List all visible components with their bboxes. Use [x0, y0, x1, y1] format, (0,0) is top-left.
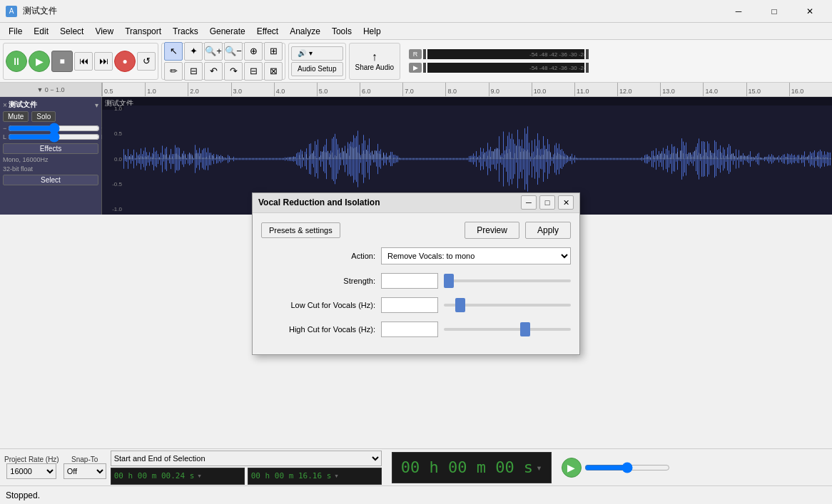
multi-tool-button[interactable]: ⊟ — [184, 62, 203, 81]
ruler-mark: 16.0 — [789, 83, 832, 96]
draw-tool-button[interactable]: ✏ — [164, 62, 183, 81]
maximize-button[interactable]: □ — [758, 1, 791, 21]
select-tool-button[interactable]: ↖ — [164, 42, 183, 61]
skip-back-button[interactable]: ⏮ — [74, 52, 93, 71]
menu-transport[interactable]: Transport — [119, 25, 167, 38]
loop-button[interactable]: ↺ — [137, 52, 156, 71]
share-audio-button[interactable]: ↑ Share Audio — [349, 43, 401, 80]
time-start-display: 00 h 00 m 00.24 s ▾ — [111, 468, 245, 485]
low-cut-row: Low Cut for Vocals (Hz): 120.0 — [261, 297, 571, 313]
dialog-body: Presets & settings Preview Apply Action:… — [253, 213, 579, 354]
pause-button[interactable]: ⏸ — [6, 51, 27, 72]
low-cut-slider[interactable] — [444, 304, 571, 307]
strength-slider[interactable] — [444, 279, 571, 282]
menu-generate[interactable]: Generate — [204, 25, 251, 38]
zoom-in-button[interactable]: 🔍+ — [204, 42, 223, 61]
dialog-close-button[interactable]: ✕ — [558, 195, 574, 210]
menu-file[interactable]: File — [3, 25, 28, 38]
record-meter-arrow-left[interactable] — [423, 49, 426, 59]
action-row: Action: Remove Vocals: to mono Isolate V… — [261, 247, 571, 264]
presets-button[interactable]: Presets & settings — [261, 222, 340, 238]
effects-button[interactable]: Effects — [3, 143, 98, 154]
ruler-mark: 3.0 — [231, 83, 274, 96]
apply-button[interactable]: Apply — [525, 222, 571, 239]
minimize-button[interactable]: ─ — [722, 1, 755, 21]
audio-setup-label: Audio Setup — [298, 65, 337, 73]
bottom-bar: Project Rate (Hz) 16000 44100 48000 Snap… — [0, 448, 832, 485]
audio-output-button[interactable]: 🔊 ▾ — [291, 46, 343, 61]
ruler-offset-indicator: ▼ 0 − 1.0 — [36, 86, 64, 93]
record-button[interactable]: ● — [114, 51, 136, 72]
dialog-minimize-button[interactable]: ─ — [521, 195, 537, 210]
dialog-title: Vocal Reduction and Isolation — [258, 197, 380, 207]
action-dropdown[interactable]: Remove Vocals: to mono Isolate Vocals: t… — [381, 247, 571, 264]
zoom-fit-button[interactable]: ⊞ — [264, 42, 283, 61]
timeline-ruler: ▼ 0 − 1.0 0.5 1.0 2.0 3.0 4.0 5.0 6.0 7.… — [0, 83, 832, 97]
menu-select[interactable]: Select — [54, 25, 89, 38]
transport-group: ⏸ ▶ ■ ⏮ ⏭ ● ↺ — [3, 43, 158, 80]
redo-button[interactable]: ↷ — [224, 62, 243, 81]
selection-mode-select[interactable]: Start and End of Selection Start and Len… — [111, 451, 382, 466]
undo-button[interactable]: ↶ — [204, 62, 223, 81]
bottom-playback-controls: ▶ — [562, 458, 670, 478]
vocal-reduction-dialog: Vocal Reduction and Isolation ─ □ ✕ Pres… — [252, 192, 580, 355]
ruler-mark: 11.0 — [574, 83, 617, 96]
project-rate-select[interactable]: 16000 44100 48000 — [6, 463, 56, 479]
play-button[interactable]: ▶ — [29, 51, 50, 72]
ruler-mark: 2.0 — [188, 83, 230, 96]
time-start-dropdown[interactable]: ▾ — [197, 471, 202, 480]
time-end-display: 00 h 00 m 16.16 s ▾ — [248, 468, 382, 485]
play-meter-arrow-left[interactable] — [423, 63, 426, 73]
share-icon: ↑ — [372, 51, 377, 63]
playback-speed-slider[interactable] — [584, 463, 670, 472]
bottom-play-button[interactable]: ▶ — [562, 458, 582, 478]
menu-effect[interactable]: Effect — [251, 25, 284, 38]
track-dropdown-button[interactable]: ▾ — [95, 101, 98, 109]
record-meter-icon[interactable]: R — [409, 49, 422, 59]
vu-meters: R -54 -48 -42 -36 -30 -24 -18 -12 -6 ▶ -… — [409, 48, 589, 74]
dialog-maximize-button[interactable]: □ — [539, 195, 555, 210]
solo-button[interactable]: Solo — [31, 111, 56, 122]
menu-edit[interactable]: Edit — [28, 25, 54, 38]
menu-tools[interactable]: Tools — [326, 25, 357, 38]
snap-to-select[interactable]: Off On — [64, 463, 106, 479]
ruler-mark: 15.0 — [746, 83, 789, 96]
track-close-button[interactable]: × — [3, 101, 7, 109]
ruler-mark: 13.0 — [660, 83, 703, 96]
ruler-mark: 4.0 — [274, 83, 317, 96]
menu-help[interactable]: Help — [357, 25, 387, 38]
pan-slider[interactable] — [8, 133, 100, 140]
big-time-dropdown[interactable]: ▾ — [536, 462, 542, 473]
high-cut-input[interactable]: 9000.0 — [381, 322, 438, 337]
time-end-dropdown[interactable]: ▾ — [334, 471, 339, 480]
ruler-mark: 12.0 — [617, 83, 660, 96]
stop-button[interactable]: ■ — [51, 51, 73, 72]
play-meter-arrow-right[interactable] — [586, 63, 589, 73]
track-controls: × 测试文件 ▾ Mute Solo − + L R Effects Mono,… — [0, 97, 102, 215]
main-toolbar: ⏸ ▶ ■ ⏮ ⏭ ● ↺ ↖ ✦ 🔍+ 🔍− ⊕ ⊞ ✏ ⊟ ↶ ↷ ⊟ ⊠ … — [0, 40, 832, 83]
snap-to-label: Snap-To — [71, 456, 98, 463]
skip-forward-button[interactable]: ⏭ — [94, 52, 113, 71]
zoom-sel-button[interactable]: ⊕ — [244, 42, 263, 61]
strength-input[interactable]: 1.00 — [381, 273, 438, 289]
menu-analyze[interactable]: Analyze — [284, 25, 326, 38]
mute-button[interactable]: Mute — [3, 111, 29, 122]
menu-tracks[interactable]: Tracks — [167, 25, 204, 38]
zoom-fit2-button[interactable]: ⊠ — [264, 62, 283, 81]
play-meter-icon[interactable]: ▶ — [409, 63, 422, 73]
big-time-display: 00 h 00 m 00 s ▾ — [392, 452, 552, 483]
audio-device-group: 🔊 ▾ Audio Setup — [288, 43, 346, 80]
low-cut-input[interactable]: 120.0 — [381, 297, 438, 313]
strength-label: Strength: — [261, 277, 375, 285]
audio-setup-button[interactable]: Audio Setup — [291, 62, 343, 76]
close-button[interactable]: ✕ — [793, 1, 826, 21]
envelope-tool-button[interactable]: ✦ — [184, 42, 203, 61]
high-cut-slider[interactable] — [444, 328, 571, 331]
menu-view[interactable]: View — [89, 25, 119, 38]
speaker-icon: 🔊 — [298, 49, 306, 57]
select-button[interactable]: Select — [3, 175, 98, 185]
preview-button[interactable]: Preview — [465, 222, 519, 239]
zoom-out-button[interactable]: 🔍− — [224, 42, 243, 61]
zoom-out2-button[interactable]: ⊟ — [244, 62, 263, 81]
record-meter-arrow-right[interactable] — [586, 49, 589, 59]
